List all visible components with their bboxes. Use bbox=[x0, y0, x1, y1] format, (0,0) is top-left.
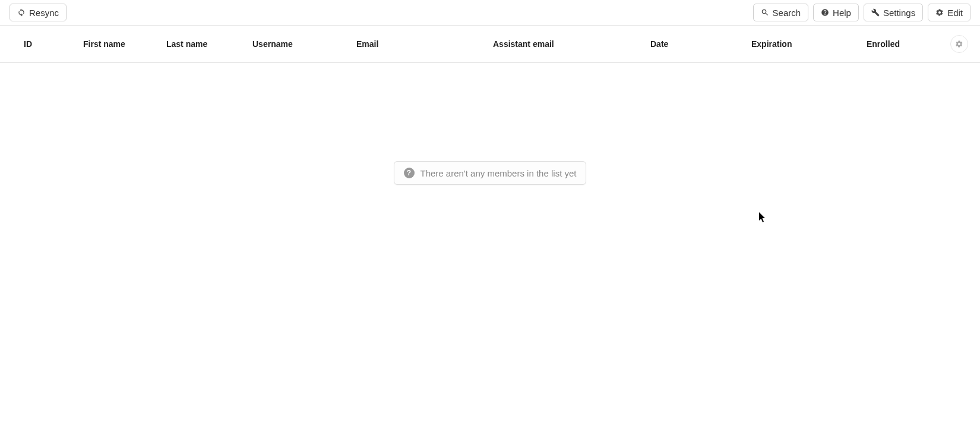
edit-button[interactable]: Edit bbox=[928, 4, 970, 21]
toolbar: Resync Search Help Settings Edit bbox=[0, 0, 980, 26]
settings-button[interactable]: Settings bbox=[864, 4, 923, 21]
help-label: Help bbox=[833, 8, 851, 18]
search-label: Search bbox=[773, 8, 801, 18]
resync-button[interactable]: Resync bbox=[10, 4, 67, 21]
column-header-last-name[interactable]: Last name bbox=[166, 39, 252, 49]
column-header-date[interactable]: Date bbox=[650, 39, 751, 49]
empty-state-message: ? There aren't any members in the list y… bbox=[394, 161, 587, 185]
help-icon bbox=[821, 8, 829, 17]
toolbar-left: Resync bbox=[10, 4, 67, 21]
resync-label: Resync bbox=[29, 8, 59, 18]
column-settings-button[interactable] bbox=[950, 35, 968, 53]
gear-icon bbox=[935, 8, 944, 17]
settings-label: Settings bbox=[883, 8, 915, 18]
help-button[interactable]: Help bbox=[813, 4, 859, 21]
search-button[interactable]: Search bbox=[753, 4, 809, 21]
wrench-icon bbox=[871, 8, 880, 17]
search-icon bbox=[761, 8, 769, 17]
column-header-assistant-email[interactable]: Assistant email bbox=[493, 39, 650, 49]
column-header-enrolled[interactable]: Enrolled bbox=[858, 39, 900, 49]
toolbar-right: Search Help Settings Edit bbox=[753, 4, 970, 21]
column-header-first-name[interactable]: First name bbox=[83, 39, 166, 49]
empty-state-area: ? There aren't any members in the list y… bbox=[0, 63, 980, 185]
cursor-icon bbox=[759, 212, 767, 225]
question-icon: ? bbox=[404, 168, 415, 178]
table-header-row: ID First name Last name Username Email A… bbox=[0, 26, 980, 63]
column-header-id[interactable]: ID bbox=[24, 39, 83, 49]
empty-state-text: There aren't any members in the list yet bbox=[421, 168, 577, 178]
column-header-username[interactable]: Username bbox=[252, 39, 356, 49]
gear-icon bbox=[955, 40, 963, 48]
column-header-expiration[interactable]: Expiration bbox=[751, 39, 858, 49]
sync-icon bbox=[17, 8, 26, 17]
column-header-email[interactable]: Email bbox=[356, 39, 493, 49]
edit-label: Edit bbox=[947, 8, 963, 18]
